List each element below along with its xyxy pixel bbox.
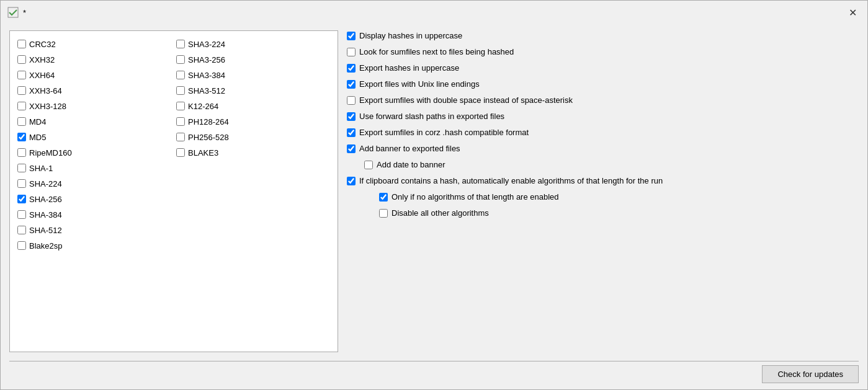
algo-checkbox-blake2sp[interactable]	[17, 241, 26, 250]
algo-item-xxh3-64[interactable]: XXH3-64	[17, 84, 171, 97]
option-item-display-uppercase[interactable]: Display hashes in uppercase	[347, 30, 859, 44]
option-label-add-date-banner: Add date to banner	[377, 159, 445, 171]
option-item-clipboard-hash[interactable]: If clipboard contains a hash, automatica…	[347, 175, 859, 189]
algo-item-ph128-264[interactable]: PH128-264	[176, 115, 330, 128]
algo-checkbox-sha3-256[interactable]	[176, 55, 185, 64]
algo-checkbox-sha-1[interactable]	[17, 164, 26, 172]
algo-checkbox-sha-256[interactable]	[17, 195, 26, 203]
algo-item-sha-256[interactable]: SHA-256	[17, 192, 171, 206]
algo-item-sha3-224[interactable]: SHA3-224	[176, 37, 330, 51]
check-updates-button[interactable]: Check for updates	[762, 365, 859, 383]
algo-checkbox-sha3-384[interactable]	[176, 71, 185, 79]
option-label-export-uppercase: Export hashes in uppercase	[359, 63, 459, 74]
bottom-bar: Check for updates	[1, 361, 867, 389]
algo-item-blake2sp[interactable]: Blake2sp	[17, 239, 171, 252]
algo-label-sha3-512: SHA3-512	[188, 86, 225, 95]
algo-checkbox-sha-224[interactable]	[17, 179, 26, 188]
options-panel: Display hashes in uppercaseLook for sumf…	[347, 30, 859, 352]
option-checkbox-add-date-banner[interactable]	[364, 161, 373, 169]
algo-item-sha-1[interactable]: SHA-1	[17, 161, 171, 175]
algo-checkbox-ripemd160[interactable]	[17, 148, 26, 157]
algo-checkbox-md4[interactable]	[17, 117, 26, 126]
option-item-export-corz[interactable]: Export sumfiles in corz .hash compatible…	[347, 127, 859, 141]
algo-checkbox-k12-264[interactable]	[176, 102, 185, 110]
algo-checkbox-ph256-528[interactable]	[176, 133, 185, 141]
option-checkbox-export-unix[interactable]	[347, 80, 356, 89]
option-item-only-no-algorithms[interactable]: Only if no algorithms of that length are…	[379, 192, 859, 205]
algo-label-blake3: BLAKE3	[188, 148, 218, 157]
close-button[interactable]: ✕	[844, 4, 861, 21]
option-label-export-double-space: Export sumfiles with double space instea…	[359, 95, 573, 106]
algo-item-sha3-256[interactable]: SHA3-256	[176, 53, 330, 66]
algo-label-xxh3-128: XXH3-128	[29, 102, 66, 111]
algo-checkbox-xxh64[interactable]	[17, 71, 26, 79]
algo-checkbox-blake3[interactable]	[176, 148, 185, 157]
algo-label-xxh3-64: XXH3-64	[29, 86, 62, 95]
option-label-forward-slash: Use forward slash paths in exported file…	[359, 111, 504, 122]
algo-label-sha-512: SHA-512	[29, 226, 62, 235]
option-checkbox-export-corz[interactable]	[347, 128, 356, 137]
algo-item-xxh32[interactable]: XXH32	[17, 53, 171, 66]
algo-checkbox-sha-384[interactable]	[17, 210, 26, 219]
title-bar-left: *	[7, 6, 26, 19]
algo-item-blake3[interactable]: BLAKE3	[176, 146, 330, 159]
algo-item-ph256-528[interactable]: PH256-528	[176, 130, 330, 144]
algo-checkbox-xxh3-64[interactable]	[17, 86, 26, 95]
option-item-add-date-banner[interactable]: Add date to banner	[364, 159, 859, 173]
option-item-forward-slash[interactable]: Use forward slash paths in exported file…	[347, 111, 859, 125]
algo-item-sha3-512[interactable]: SHA3-512	[176, 84, 330, 97]
option-checkbox-add-banner[interactable]	[347, 144, 356, 153]
algo-label-xxh32: XXH32	[29, 55, 55, 64]
option-item-disable-all-other[interactable]: Disable all other algorithms	[379, 208, 859, 221]
algo-label-blake2sp: Blake2sp	[29, 241, 62, 250]
option-checkbox-display-uppercase[interactable]	[347, 32, 356, 40]
option-checkbox-export-uppercase[interactable]	[347, 64, 356, 73]
option-checkbox-disable-all-other[interactable]	[379, 209, 388, 218]
algo-checkbox-sha3-512[interactable]	[176, 86, 185, 95]
algo-checkbox-sha-512[interactable]	[17, 226, 26, 234]
option-label-export-unix: Export files with Unix line endings	[359, 79, 480, 90]
algo-checkbox-sha3-224[interactable]	[176, 40, 185, 48]
algo-item-crc32[interactable]: CRC32	[17, 37, 171, 51]
option-checkbox-forward-slash[interactable]	[347, 112, 356, 121]
algo-label-xxh64: XXH64	[29, 71, 55, 80]
option-item-look-sumfiles[interactable]: Look for sumfiles next to files being ha…	[347, 47, 859, 60]
algo-checkbox-ph128-264[interactable]	[176, 117, 185, 126]
algo-label-sha3-224: SHA3-224	[188, 40, 225, 49]
option-label-add-banner: Add banner to exported files	[359, 143, 460, 154]
option-checkbox-only-no-algorithms[interactable]	[379, 193, 388, 202]
option-checkbox-export-double-space[interactable]	[347, 96, 356, 105]
algo-checkbox-xxh32[interactable]	[17, 55, 26, 64]
algo-item-md4[interactable]: MD4	[17, 115, 171, 128]
main-window: * ✕ CRC32XXH32XXH64XXH3-64XXH3-128MD4MD5…	[0, 0, 868, 390]
option-item-export-uppercase[interactable]: Export hashes in uppercase	[347, 63, 859, 76]
algo-item-k12-264[interactable]: K12-264	[176, 99, 330, 113]
algo-item-sha3-384[interactable]: SHA3-384	[176, 68, 330, 82]
algo-item-sha-224[interactable]: SHA-224	[17, 177, 171, 190]
algo-checkbox-md5[interactable]	[17, 133, 26, 141]
app-icon	[7, 6, 19, 19]
title-bar: * ✕	[1, 1, 867, 24]
algo-label-ph128-264: PH128-264	[188, 117, 229, 126]
algo-item-sha-384[interactable]: SHA-384	[17, 208, 171, 221]
option-item-export-unix[interactable]: Export files with Unix line endings	[347, 79, 859, 92]
window-title: *	[23, 8, 26, 17]
option-checkbox-clipboard-hash[interactable]	[347, 177, 356, 185]
algo-label-md4: MD4	[29, 117, 46, 126]
algo-item-ripemd160[interactable]: RipeMD160	[17, 146, 171, 159]
algo-item-sha-512[interactable]: SHA-512	[17, 223, 171, 237]
option-label-disable-all-other: Disable all other algorithms	[391, 208, 489, 219]
algo-checkbox-xxh3-128[interactable]	[17, 102, 26, 110]
algo-label-sha-224: SHA-224	[29, 179, 62, 188]
algo-label-sha-1: SHA-1	[29, 164, 53, 173]
option-checkbox-look-sumfiles[interactable]	[347, 48, 356, 56]
algo-item-xxh64[interactable]: XXH64	[17, 68, 171, 82]
algo-label-md5: MD5	[29, 133, 46, 142]
option-item-add-banner[interactable]: Add banner to exported files	[347, 143, 859, 157]
option-label-look-sumfiles: Look for sumfiles next to files being ha…	[359, 47, 514, 58]
option-item-export-double-space[interactable]: Export sumfiles with double space instea…	[347, 95, 859, 109]
algo-label-crc32: CRC32	[29, 40, 56, 49]
algo-item-md5[interactable]: MD5	[17, 130, 171, 144]
algo-item-xxh3-128[interactable]: XXH3-128	[17, 99, 171, 113]
algo-checkbox-crc32[interactable]	[17, 40, 26, 48]
